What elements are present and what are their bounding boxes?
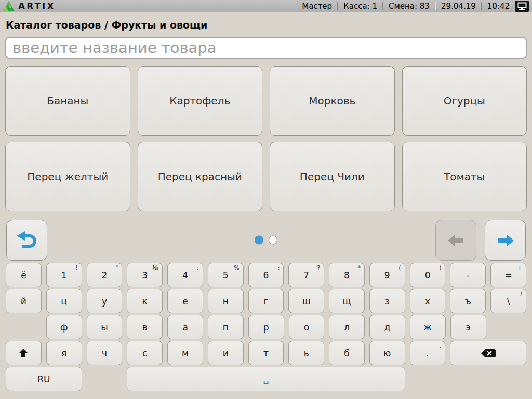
key-ч[interactable]: ч	[87, 341, 123, 365]
product-button[interactable]: Огурцы	[402, 66, 527, 136]
navigation-row	[5, 220, 527, 260]
lang-key[interactable]: RU	[6, 367, 82, 391]
status-user: Мастер	[302, 2, 332, 11]
key-щ[interactable]: щ	[329, 289, 365, 313]
key-label: 8	[344, 270, 350, 281]
next-page-button[interactable]	[485, 220, 526, 261]
key-и[interactable]: и	[208, 341, 244, 365]
key-д[interactable]: д	[369, 315, 405, 339]
key-р[interactable]: р	[248, 315, 284, 339]
key-г[interactable]: г	[248, 289, 284, 313]
search-input[interactable]	[5, 37, 527, 59]
key-label: ␣	[263, 374, 269, 384]
shift-key[interactable]	[6, 341, 42, 365]
key-м[interactable]: м	[167, 341, 203, 365]
key-ъ[interactable]: ъ	[450, 289, 486, 313]
key-х[interactable]: х	[410, 289, 446, 313]
key-к[interactable]: к	[127, 289, 163, 313]
key-label: д	[384, 322, 391, 332]
key-ю[interactable]: ю	[369, 341, 405, 365]
key-label: ъ	[465, 296, 471, 307]
key-е[interactable]: е	[167, 289, 203, 313]
key-й[interactable]: й	[6, 289, 42, 313]
key-label: х	[425, 296, 430, 307]
key-н[interactable]: н	[208, 289, 244, 313]
key-7[interactable]: 7?	[288, 263, 324, 287]
product-button[interactable]: Перец желтый	[5, 142, 130, 211]
key-б[interactable]: б	[329, 341, 365, 365]
key-у[interactable]: у	[87, 289, 123, 313]
key-ц[interactable]: ц	[46, 289, 82, 313]
key-5[interactable]: 5%	[208, 263, 244, 287]
key-л[interactable]: л	[329, 315, 365, 339]
key-ё[interactable]: ё	[6, 263, 42, 287]
key-6[interactable]: 6:	[248, 263, 284, 287]
space-key[interactable]: ␣	[127, 367, 405, 391]
key-.[interactable]: .,	[410, 341, 446, 365]
key-label: а	[182, 322, 188, 332]
keyboard: ё1!2"3№4;5%6:7?8*9(0)-_=+йцукенгшщзхъ\/ф…	[0, 263, 532, 393]
key-shift-label: )	[439, 264, 441, 271]
key--[interactable]: -_	[450, 263, 486, 287]
key-label: т	[263, 348, 269, 358]
key-в[interactable]: в	[127, 315, 163, 339]
key-shift-label: ,	[440, 342, 442, 349]
key-label: н	[223, 296, 229, 307]
key-label: е	[182, 296, 188, 307]
key-ь[interactable]: ь	[288, 341, 324, 365]
prev-page-button[interactable]	[435, 220, 476, 261]
key-9[interactable]: 9(	[369, 263, 405, 287]
key-о[interactable]: о	[289, 315, 325, 339]
key-label: у	[102, 296, 107, 307]
monitor-icon	[515, 1, 529, 12]
key-ш[interactable]: ш	[288, 289, 324, 313]
keyboard-row: RU␣	[0, 367, 532, 391]
key-ж[interactable]: ж	[410, 315, 446, 339]
key-label: 4	[182, 270, 188, 281]
key-label: г	[264, 296, 269, 307]
key-2[interactable]: 2"	[87, 263, 123, 287]
key-\[interactable]: \/	[490, 289, 526, 313]
product-button[interactable]: Перец красный	[138, 142, 263, 211]
key-т[interactable]: т	[248, 341, 284, 365]
status-date: 29.04.19	[441, 2, 476, 11]
key-4[interactable]: 4;	[167, 263, 203, 287]
page-dot[interactable]	[269, 235, 277, 244]
backspace-key[interactable]	[450, 341, 526, 365]
key-а[interactable]: а	[167, 315, 203, 339]
key-0[interactable]: 0)	[410, 263, 446, 287]
back-button[interactable]	[6, 220, 47, 261]
status-time: 10:42	[487, 2, 510, 11]
key-ф[interactable]: ф	[46, 315, 82, 339]
key-э[interactable]: э	[450, 315, 486, 339]
keyboard-row: йцукенгшщзхъ\/	[0, 289, 532, 313]
key-п[interactable]: п	[208, 315, 244, 339]
key-8[interactable]: 8*	[329, 263, 365, 287]
product-button[interactable]: Бананы	[5, 66, 130, 136]
key-label: с	[142, 348, 147, 358]
key-label: л	[344, 322, 350, 332]
product-button[interactable]: Перец Чили	[270, 142, 395, 211]
product-button[interactable]: Картофель	[138, 66, 263, 136]
key-shift-label: _	[479, 264, 482, 271]
key-label: щ	[343, 296, 351, 307]
product-button[interactable]: Морковь	[270, 66, 395, 136]
key-label: п	[223, 322, 229, 332]
key-с[interactable]: с	[127, 341, 163, 365]
key-label: 0	[425, 270, 431, 281]
keyboard-gap	[87, 367, 123, 391]
key-ы[interactable]: ы	[87, 315, 123, 339]
key-1[interactable]: 1!	[46, 263, 82, 287]
keyboard-row: ячсмитьбю.,	[0, 341, 532, 365]
key-shift-label: !	[75, 264, 77, 271]
key-3[interactable]: 3№	[127, 263, 163, 287]
status-divider	[337, 2, 338, 10]
status-segments: Мастер Касса: 1 Смена: 83 29.04.19 10:42	[302, 1, 529, 12]
backspace-icon	[481, 348, 496, 358]
key-=[interactable]: =+	[490, 263, 526, 287]
key-label: з	[385, 296, 390, 307]
key-з[interactable]: з	[369, 289, 405, 313]
key-я[interactable]: я	[46, 341, 82, 365]
product-button[interactable]: Томаты	[402, 142, 527, 211]
page-dot-active[interactable]	[255, 235, 263, 244]
